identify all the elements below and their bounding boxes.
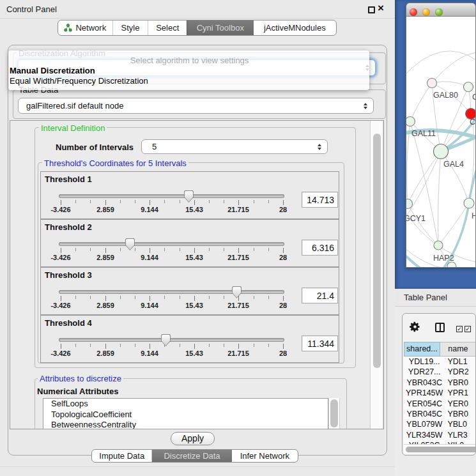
tab-impute-data[interactable]: Impute Data xyxy=(92,450,151,462)
table-row[interactable]: YBR043CYBR0 xyxy=(404,378,476,388)
node-label-gcy1: GCY1 xyxy=(406,214,426,223)
threshold-3-slider-track[interactable] xyxy=(59,290,284,294)
cell: YER0 xyxy=(445,399,476,409)
gear-icon[interactable] xyxy=(410,321,420,332)
table-row[interactable]: YLR345WYLR3 xyxy=(404,430,476,440)
tab-jactivemnodules[interactable]: jActiveMNodules xyxy=(254,20,336,35)
threshold-panel-3: Threshold 3 -3.426 2.859 9.144 15.43 21.… xyxy=(40,267,339,315)
slider-ticks-major xyxy=(61,248,284,253)
tab-style-label: Style xyxy=(121,23,140,33)
tab-impute-data-label: Impute Data xyxy=(99,451,144,461)
interval-definition-title: Interval Definition xyxy=(39,123,107,133)
list-scrollbar-thumb[interactable] xyxy=(330,399,338,427)
node-label-gal80: GAL80 xyxy=(433,91,458,100)
tab-select[interactable]: Select xyxy=(148,20,187,35)
threshold-4-label: Threshold 4 xyxy=(45,318,92,328)
control-panel-title: Control Panel xyxy=(6,4,57,14)
table-data-combobox[interactable]: galFiltered.sif default node xyxy=(18,98,374,114)
tick-label: 9.144 xyxy=(130,254,169,261)
number-of-intervals-spinner[interactable]: 5 xyxy=(141,139,328,154)
control-panel-tabbar: Network Style Select Cyni Toolbox jActiv… xyxy=(58,20,337,36)
threshold-2-value[interactable]: 6.316 xyxy=(302,240,338,256)
table-toolbar: ✓ ✓ xyxy=(403,314,476,342)
titlebar-divider xyxy=(0,18,395,19)
table-row[interactable]: YBR045CYBR0 xyxy=(404,409,476,419)
tab-infer-network[interactable]: Infer Network xyxy=(232,450,298,462)
tick-label: -3.426 xyxy=(42,302,80,309)
checkbox-icon[interactable]: ✓ xyxy=(456,326,463,332)
column-header-name[interactable]: name xyxy=(440,342,476,357)
app-root: Control Panel × Network Style Select Cyn… xyxy=(0,0,476,476)
threshold-4-slider-track[interactable] xyxy=(59,338,284,342)
threshold-1-slider-track[interactable] xyxy=(59,194,284,198)
settings-scroll-area: Interval Definition Number of Intervals … xyxy=(10,120,384,429)
threshold-4-value[interactable]: 11.344 xyxy=(302,335,338,351)
table-data-value: galFiltered.sif default node xyxy=(19,101,123,111)
network-view-window[interactable]: GAL80 GA C GAL11 GAL4 GCY1 H HAP2 xyxy=(406,3,476,268)
dropdown-option-equal-width[interactable]: Equal Width/Frequency Discretization xyxy=(8,76,369,86)
cell: YBR0 xyxy=(445,378,476,388)
threshold-1-value[interactable]: 14.713 xyxy=(302,192,338,208)
bottom-tabbar: Impute Data Discretize Data Infer Networ… xyxy=(91,449,298,463)
tick-label: 2.859 xyxy=(86,302,125,309)
network-graph: GAL80 GA C GAL11 GAL4 GCY1 H HAP2 xyxy=(406,17,476,268)
threshold-panel-1: Threshold 1 -3.426 2.859 9.144 15.43 21.… xyxy=(40,171,339,219)
zoom-window-icon[interactable] xyxy=(435,8,443,16)
dropdown-option-manual[interactable]: Manual Discretization xyxy=(8,66,369,76)
threshold-2-slider-track[interactable] xyxy=(59,242,284,246)
tab-network[interactable]: Network xyxy=(58,20,112,35)
close-window-icon[interactable] xyxy=(410,8,417,16)
list-scrollbar[interactable] xyxy=(328,398,340,429)
settings-scrollbar[interactable] xyxy=(370,121,383,429)
tick-label: 2.859 xyxy=(86,206,125,213)
numerical-attributes-label: Numerical Attributes xyxy=(37,387,118,396)
table-row[interactable]: YPR145WYPR1 xyxy=(404,388,476,398)
column-header-shared-name[interactable]: shared... xyxy=(404,342,440,357)
tab-network-label: Network xyxy=(75,23,106,33)
slider-ticks-major xyxy=(61,200,284,205)
table-row[interactable]: YDL19...YDL1 xyxy=(404,357,476,367)
slider-ticks-major xyxy=(61,296,284,301)
combo-arrows-icon xyxy=(364,103,367,109)
columns-icon[interactable] xyxy=(435,323,445,332)
cell: YPR1 xyxy=(445,388,476,398)
table-row[interactable]: YER054CYER0 xyxy=(404,399,476,409)
list-item[interactable]: BetweennessCentrality xyxy=(43,420,328,429)
threshold-3-value[interactable]: 21.4 xyxy=(302,288,338,303)
tab-cyni-toolbox-label: Cyni Toolbox xyxy=(197,23,244,33)
minimize-window-icon[interactable] xyxy=(422,8,430,16)
table-hscrollbar-thumb[interactable] xyxy=(406,447,476,452)
network-window-titlebar[interactable] xyxy=(406,3,476,17)
list-item[interactable]: SelfLoops xyxy=(43,399,328,410)
tab-cyni-toolbox[interactable]: Cyni Toolbox xyxy=(187,20,254,35)
cell: YER054C xyxy=(404,399,445,409)
table-row[interactable]: YBL079WYBL0 xyxy=(404,419,476,429)
table-horizontal-scrollbar[interactable] xyxy=(404,444,476,454)
tick-label: 15.43 xyxy=(175,349,213,357)
spinner-arrows-icon xyxy=(318,144,321,150)
apply-button[interactable]: Apply xyxy=(171,432,215,445)
list-item[interactable]: TopologicalCoefficient xyxy=(43,410,328,420)
tick-label: 21.715 xyxy=(219,349,257,357)
network-canvas[interactable]: GAL80 GA C GAL11 GAL4 GCY1 H HAP2 xyxy=(406,17,476,268)
numerical-attributes-list[interactable]: SelfLoops TopologicalCoefficient Between… xyxy=(43,398,328,429)
tab-discretize-data-label: Discretize Data xyxy=(164,451,220,461)
table-row[interactable]: YDR27...YDR2 xyxy=(404,367,476,377)
tick-label: 28 xyxy=(264,349,302,357)
cell: YDR2 xyxy=(445,367,476,377)
tab-select-label: Select xyxy=(156,23,179,33)
node-label-gal11: GAL11 xyxy=(411,129,436,138)
settings-scrollbar-thumb[interactable] xyxy=(373,134,381,368)
float-window-icon[interactable] xyxy=(368,6,375,13)
tick-label: 15.43 xyxy=(175,206,213,213)
tick-label: 2.859 xyxy=(86,349,125,357)
tab-style[interactable]: Style xyxy=(112,20,148,35)
bottom-divider xyxy=(0,466,395,467)
cell: YDR27... xyxy=(404,367,445,377)
node-label-h: H xyxy=(472,211,476,220)
checkbox-icon[interactable]: ✓ xyxy=(464,326,471,332)
tab-discretize-data[interactable]: Discretize Data xyxy=(151,450,231,462)
close-panel-icon[interactable]: × xyxy=(378,2,384,15)
tick-label: 21.715 xyxy=(219,254,257,261)
dropdown-prompt: Select algorithm to view settings xyxy=(8,56,369,66)
